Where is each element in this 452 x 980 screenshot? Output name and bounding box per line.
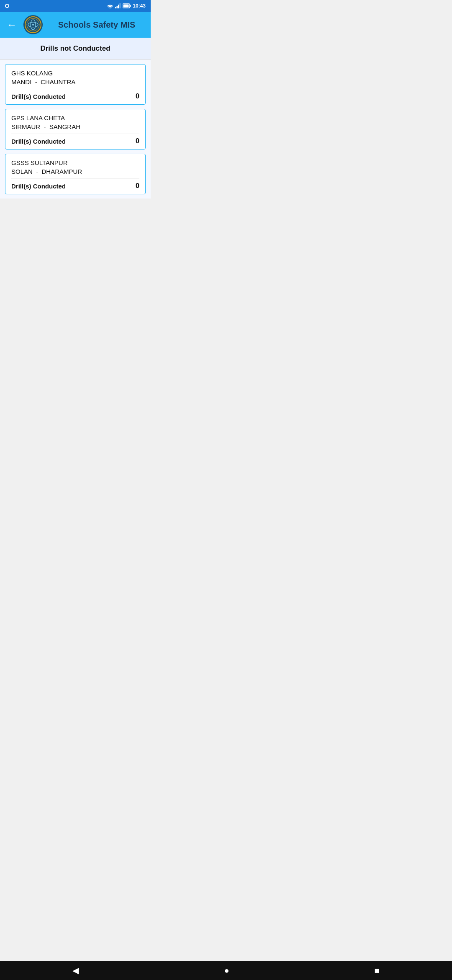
battery-icon [123, 3, 131, 8]
drills-count: 0 [136, 137, 139, 145]
drills-count: 0 [136, 93, 139, 100]
school-location: MANDI - CHAUNTRA [11, 78, 139, 85]
back-button[interactable]: ← [5, 17, 18, 32]
svg-point-11 [32, 24, 34, 26]
section-title: Drills not Conducted [40, 44, 110, 52]
drills-label: Drill(s) Conducted [11, 93, 66, 100]
svg-rect-0 [115, 7, 116, 8]
drills-row: Drill(s) Conducted 0 [11, 134, 139, 145]
drills-count: 0 [136, 182, 139, 190]
drills-row: Drill(s) Conducted 0 [11, 178, 139, 190]
status-bar-right: 10:43 [107, 3, 146, 9]
drills-label: Drill(s) Conducted [11, 183, 66, 190]
school-card[interactable]: GPS LANA CHETA SIRMAUR - SANGRAH Drill(s… [5, 109, 146, 150]
status-dot-icon [5, 4, 9, 8]
school-location: SOLAN - DHARAMPUR [11, 168, 139, 175]
school-name: GHS KOLANG [11, 70, 139, 77]
wifi-icon [107, 3, 113, 8]
school-card[interactable]: GSSS SULTANPUR SOLAN - DHARAMPUR Drill(s… [5, 154, 146, 194]
status-bar-left [5, 4, 9, 8]
app-logo [23, 15, 43, 34]
svg-rect-1 [117, 6, 118, 8]
status-bar: 10:43 [0, 0, 151, 12]
school-name: GPS LANA CHETA [11, 114, 139, 121]
schools-list: GHS KOLANG MANDI - CHAUNTRA Drill(s) Con… [0, 60, 151, 199]
svg-rect-3 [120, 3, 121, 8]
svg-rect-5 [130, 5, 131, 7]
drills-label: Drill(s) Conducted [11, 138, 66, 145]
drills-row: Drill(s) Conducted 0 [11, 89, 139, 100]
school-location: SIRMAUR - SANGRAH [11, 123, 139, 130]
time-display: 10:43 [133, 3, 146, 9]
app-bar: ← Schools Safety MIS [0, 12, 151, 38]
school-card[interactable]: GHS KOLANG MANDI - CHAUNTRA Drill(s) Con… [5, 64, 146, 105]
svg-rect-6 [123, 5, 129, 8]
app-title: Schools Safety MIS [48, 20, 146, 30]
svg-rect-2 [118, 5, 119, 8]
section-header: Drills not Conducted [0, 38, 151, 60]
school-name: GSSS SULTANPUR [11, 159, 139, 166]
signal-icon [115, 3, 121, 8]
page-content: Drills not Conducted GHS KOLANG MANDI - … [0, 38, 151, 199]
